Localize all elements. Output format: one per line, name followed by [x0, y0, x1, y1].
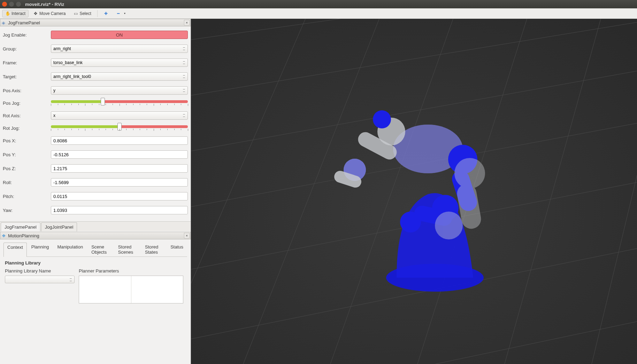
group-select[interactable]: arm_right	[51, 45, 188, 53]
rot-axis-select[interactable]: x	[51, 111, 188, 120]
planning-library-select[interactable]	[5, 276, 75, 283]
plus-icon: ✚	[103, 11, 108, 16]
chevron-down-icon: ▾	[122, 11, 127, 16]
svg-point-21	[400, 212, 421, 232]
svg-point-28	[454, 158, 485, 189]
jog-enable-label: Jog Enable:	[3, 32, 51, 38]
pitch-label: Pitch:	[3, 194, 51, 199]
pos-z-label: Pos Z:	[3, 166, 51, 171]
pos-y-label: Pos Y:	[3, 152, 51, 157]
planner-parameters-label: Planner Parameters	[79, 268, 183, 274]
planner-parameters-table[interactable]	[79, 276, 183, 303]
pitch-field[interactable]	[51, 192, 188, 200]
jogframe-panel-body: Jog Enable: ON Group: arm_right Frame: t…	[0, 26, 191, 221]
yaw-field[interactable]	[51, 206, 188, 214]
motionplanning-panel-title: MotionPlanning	[8, 233, 39, 238]
window-minimize-button[interactable]	[9, 2, 14, 7]
rot-jog-label: Rot Jog:	[3, 126, 51, 131]
mp-tabs: Context Planning Manipulation Scene Obje…	[3, 242, 187, 257]
motionplanning-body: Context Planning Manipulation Scene Obje…	[0, 239, 191, 310]
interact-icon: ✋	[5, 11, 10, 16]
select-icon: ▭	[73, 11, 78, 16]
tab-context[interactable]: Context	[3, 243, 27, 257]
tab-jogframe[interactable]: JogFramePanel	[1, 222, 40, 231]
pos-x-field[interactable]	[51, 136, 188, 145]
pos-z-field[interactable]	[51, 164, 188, 173]
remove-button[interactable]: ━ ▾	[113, 10, 130, 17]
motionplanning-panel-header[interactable]: ❖ MotionPlanning ×	[0, 232, 191, 239]
tab-planning[interactable]: Planning	[28, 242, 53, 256]
tab-manipulation[interactable]: Manipulation	[53, 242, 87, 256]
panel-close-button[interactable]: ×	[184, 20, 190, 25]
roll-label: Roll:	[3, 180, 51, 185]
yaw-label: Yaw:	[3, 208, 51, 213]
pos-axis-label: Pos Axis:	[3, 88, 51, 93]
panel-icon: ◈	[2, 20, 7, 25]
select-button[interactable]: ▭ Select	[70, 10, 94, 17]
planning-library-name-label: Planning Library Name	[5, 268, 75, 274]
pos-y-field[interactable]	[51, 150, 188, 159]
tab-scene-objects[interactable]: Scene Objects	[87, 242, 114, 256]
frame-select[interactable]: torso_base_link	[51, 58, 188, 67]
add-button[interactable]: ✚	[100, 10, 112, 17]
jogframe-panel-header[interactable]: ◈ JogFramePanel ×	[0, 19, 191, 26]
move-camera-label: Move Camera	[39, 11, 66, 16]
window-title: moveit.rviz* - RViz	[25, 2, 64, 7]
svg-point-30	[435, 212, 463, 239]
panel-close-button[interactable]: ×	[184, 233, 190, 238]
window-titlebar: moveit.rviz* - RViz	[0, 0, 637, 8]
group-label: Group:	[3, 46, 51, 52]
robot-model	[323, 69, 505, 292]
interact-label: Interact	[11, 11, 25, 16]
toolbar-separator	[97, 10, 98, 17]
interact-button[interactable]: ✋ Interact	[2, 10, 29, 17]
jog-tabs: JogFramePanel JogJointPanel ◂	[0, 221, 191, 231]
pos-x-label: Pos X:	[3, 138, 51, 143]
main-toolbar: ✋ Interact ✥ Move Camera ▭ Select ✚ ━ ▾	[0, 8, 637, 19]
rot-jog-slider[interactable]	[51, 125, 188, 128]
jog-enable-button[interactable]: ON	[51, 31, 188, 39]
panel-icon: ❖	[2, 233, 7, 238]
minus-icon: ━	[116, 11, 121, 16]
jogframe-panel-title: JogFramePanel	[8, 20, 40, 25]
target-label: Target:	[3, 74, 51, 79]
tab-jogjoint[interactable]: JogJointPanel	[41, 222, 77, 231]
tab-status[interactable]: Status	[167, 242, 187, 256]
move-camera-icon: ✥	[33, 11, 38, 16]
planning-library-heading: Planning Library	[5, 260, 186, 266]
tab-stored-states[interactable]: Stored States	[141, 242, 166, 256]
pos-jog-slider[interactable]	[51, 100, 188, 103]
tab-stored-scenes[interactable]: Stored Scenes	[114, 242, 140, 256]
target-select[interactable]: arm_right_link_tool0	[51, 72, 188, 81]
roll-field[interactable]	[51, 178, 188, 187]
frame-label: Frame:	[3, 60, 51, 65]
svg-point-23	[373, 110, 391, 128]
pos-axis-select[interactable]: y	[51, 86, 188, 95]
pos-jog-label: Pos Jog:	[3, 101, 51, 106]
left-panel: ◈ JogFramePanel × Jog Enable: ON Group: …	[0, 19, 191, 364]
window-maximize-button[interactable]	[16, 2, 21, 7]
3d-viewport[interactable]	[191, 19, 637, 364]
move-camera-button[interactable]: ✥ Move Camera	[30, 10, 69, 17]
select-label: Select	[79, 11, 91, 16]
rot-axis-label: Rot Axis:	[3, 113, 51, 118]
window-close-button[interactable]	[2, 2, 7, 7]
